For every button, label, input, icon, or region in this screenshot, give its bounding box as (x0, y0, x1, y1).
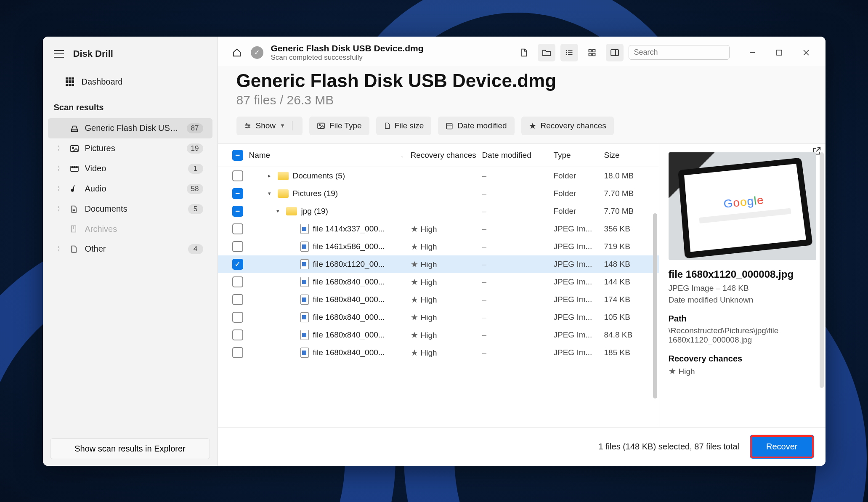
table-row[interactable]: file 1680x840_000...★High–JPEG Im...84.8… (218, 326, 659, 344)
filter-file-type[interactable]: File Type (309, 117, 369, 135)
topbar-title: Generic Flash Disk USB Device.dmg (271, 43, 424, 53)
search-box[interactable] (629, 45, 730, 60)
col-recovery[interactable]: Recovery chances (411, 151, 482, 160)
count-badge: 4 (188, 244, 203, 254)
table-row[interactable]: −▾Pictures (19)–Folder7.70 MB (218, 185, 659, 202)
row-checkbox[interactable] (232, 241, 243, 252)
svg-rect-38 (447, 123, 453, 129)
grid-icon (66, 77, 74, 86)
expand-icon[interactable]: ▾ (274, 208, 282, 214)
recovery-cell: ★High (411, 295, 482, 305)
maximize-icon[interactable] (773, 47, 785, 58)
recovery-cell: ★High (411, 312, 482, 322)
date-cell: – (482, 171, 554, 181)
row-checkbox[interactable] (232, 312, 243, 323)
row-checkbox[interactable] (232, 329, 243, 340)
table-row[interactable]: file 1680x840_000...★High–JPEG Im...144 … (218, 273, 659, 291)
col-type[interactable]: Type (554, 151, 604, 160)
svg-rect-22 (611, 49, 618, 55)
type-cell: JPEG Im... (554, 224, 604, 234)
table-row[interactable]: ▸Documents (5)–Folder18.0 MB (218, 167, 659, 185)
sort-arrow-icon[interactable]: ↓ (401, 151, 404, 159)
hamburger-icon[interactable] (54, 50, 64, 58)
row-checkbox[interactable] (232, 294, 243, 305)
filter-recovery-chances[interactable]: ★ Recovery chances (521, 117, 614, 135)
col-name[interactable]: Name (249, 151, 271, 160)
recovery-cell: ★High (411, 242, 482, 252)
recovery-cell: ★High (411, 330, 482, 340)
header-checkbox[interactable]: − (232, 150, 243, 161)
col-size[interactable]: Size (604, 151, 650, 160)
filter-date-modified[interactable]: Date modified (438, 117, 514, 135)
recovery-cell: ★High (411, 277, 482, 287)
star-icon: ★ (411, 330, 418, 340)
home-icon[interactable] (228, 44, 246, 61)
sidebar-dashboard[interactable]: Dashboard (43, 71, 218, 93)
new-file-icon[interactable] (515, 44, 533, 61)
row-checkbox[interactable] (232, 170, 243, 181)
preview-scrollbar[interactable] (820, 152, 824, 388)
size-cell: 174 KB (604, 295, 650, 304)
sidebar-item-label: Pictures (85, 143, 181, 153)
sidebar-item-image[interactable]: 〉Pictures19 (48, 138, 212, 159)
filter-show[interactable]: Show ▼ (236, 117, 303, 135)
row-checkbox[interactable]: ✓ (232, 259, 243, 270)
svg-point-37 (319, 124, 320, 125)
table-row[interactable]: file 1680x840_000...★High–JPEG Im...185 … (218, 344, 659, 361)
size-cell: 18.0 MB (604, 171, 650, 181)
date-cell: – (482, 330, 554, 340)
recover-button[interactable]: Recover (750, 435, 813, 458)
col-date[interactable]: Date modified (482, 151, 554, 160)
sidebar-item-other[interactable]: 〉Other4 (48, 239, 212, 259)
table-row[interactable]: file 1680x840_000...★High–JPEG Im...174 … (218, 291, 659, 308)
size-cell: 105 KB (604, 313, 650, 322)
expand-icon[interactable]: ▾ (266, 190, 273, 197)
table-row[interactable]: ✓file 1680x1120_00...★High–JPEG Im...148… (218, 255, 659, 273)
row-checkbox[interactable] (232, 223, 243, 234)
date-cell: – (482, 260, 554, 269)
row-checkbox[interactable] (232, 347, 243, 358)
preview-panel: Google file 1680x1120_000008.jpg JPEG Im… (659, 144, 826, 427)
svg-rect-27 (777, 50, 782, 55)
list-view-icon[interactable] (560, 44, 578, 61)
sidebar-item-drive[interactable]: 〉Generic Flash Disk USB D...87 (48, 118, 212, 138)
preview-path-label: Path (669, 314, 816, 324)
show-in-explorer-button[interactable]: Show scan results in Explorer (50, 438, 210, 459)
type-cell: JPEG Im... (554, 242, 604, 251)
table-row[interactable]: file 1414x337_000...★High–JPEG Im...356 … (218, 220, 659, 238)
table-row[interactable]: −▾jpg (19)–Folder7.70 MB (218, 202, 659, 220)
file-icon (300, 330, 309, 340)
filter-file-size[interactable]: File size (376, 117, 432, 135)
row-checkbox[interactable]: − (232, 206, 243, 217)
panel-toggle-icon[interactable] (606, 44, 624, 61)
size-cell: 185 KB (604, 348, 650, 357)
sidebar-item-archive: 〉Archives (48, 219, 212, 239)
grid-view-icon[interactable] (583, 44, 601, 61)
sidebar-item-video[interactable]: 〉Video1 (48, 159, 212, 179)
table-row[interactable]: file 1680x840_000...★High–JPEG Im...105 … (218, 308, 659, 326)
expand-icon[interactable]: ▸ (266, 173, 273, 179)
date-cell: – (482, 207, 554, 216)
folder-icon (278, 172, 289, 180)
close-icon[interactable] (800, 47, 812, 58)
search-input[interactable] (634, 48, 732, 57)
table-body: ▸Documents (5)–Folder18.0 MB−▾Pictures (… (218, 167, 659, 427)
file-name: file 1461x586_000... (313, 242, 385, 251)
topbar-subtitle: Scan completed successfully (271, 53, 424, 62)
minimize-icon[interactable] (746, 47, 758, 58)
size-cell: 148 KB (604, 260, 650, 269)
row-checkbox[interactable] (232, 276, 243, 287)
type-cell: JPEG Im... (554, 277, 604, 287)
sidebar-item-doc[interactable]: 〉Documents5 (48, 199, 212, 219)
file-icon (300, 348, 309, 358)
archive-icon (70, 224, 79, 234)
size-cell: 144 KB (604, 277, 650, 287)
row-checkbox[interactable]: − (232, 188, 243, 199)
sidebar-item-audio[interactable]: 〉Audio58 (48, 179, 212, 199)
date-cell: – (482, 189, 554, 198)
scrollbar[interactable] (653, 213, 657, 398)
type-cell: JPEG Im... (554, 313, 604, 322)
folder-view-icon[interactable] (538, 44, 555, 61)
table-row[interactable]: file 1461x586_000...★High–JPEG Im...719 … (218, 238, 659, 255)
size-cell: 7.70 MB (604, 189, 650, 198)
